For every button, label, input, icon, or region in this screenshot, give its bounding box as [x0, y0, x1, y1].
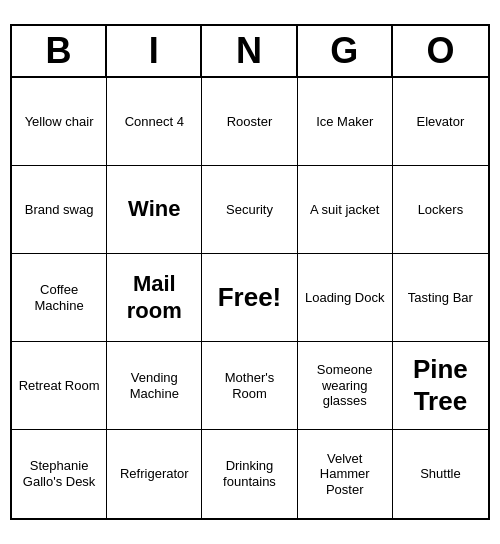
- bingo-cell-14[interactable]: Tasting Bar: [393, 254, 488, 342]
- header-letter-o: O: [393, 26, 488, 76]
- cell-text: A suit jacket: [310, 202, 379, 218]
- bingo-header: BINGO: [12, 26, 488, 78]
- bingo-cell-18[interactable]: Someone wearing glasses: [298, 342, 393, 430]
- bingo-cell-15[interactable]: Retreat Room: [12, 342, 107, 430]
- bingo-cell-17[interactable]: Mother's Room: [202, 342, 297, 430]
- cell-text: Velvet Hammer Poster: [302, 451, 388, 498]
- bingo-cell-20[interactable]: Stephanie Gallo's Desk: [12, 430, 107, 518]
- bingo-cell-7[interactable]: Security: [202, 166, 297, 254]
- bingo-cell-19[interactable]: Pine Tree: [393, 342, 488, 430]
- bingo-cell-1[interactable]: Connect 4: [107, 78, 202, 166]
- bingo-cell-24[interactable]: Shuttle: [393, 430, 488, 518]
- header-letter-b: B: [12, 26, 107, 76]
- cell-text: Mother's Room: [206, 370, 292, 401]
- cell-text: Mail room: [111, 271, 197, 324]
- cell-text: Rooster: [227, 114, 273, 130]
- bingo-grid: Yellow chairConnect 4RoosterIce MakerEle…: [12, 78, 488, 518]
- bingo-cell-11[interactable]: Mail room: [107, 254, 202, 342]
- bingo-cell-8[interactable]: A suit jacket: [298, 166, 393, 254]
- bingo-cell-23[interactable]: Velvet Hammer Poster: [298, 430, 393, 518]
- cell-text: Brand swag: [25, 202, 94, 218]
- cell-text: Ice Maker: [316, 114, 373, 130]
- cell-text: Connect 4: [125, 114, 184, 130]
- bingo-cell-13[interactable]: Loading Dock: [298, 254, 393, 342]
- bingo-card: BINGO Yellow chairConnect 4RoosterIce Ma…: [10, 24, 490, 520]
- bingo-cell-2[interactable]: Rooster: [202, 78, 297, 166]
- bingo-cell-6[interactable]: Wine: [107, 166, 202, 254]
- cell-text: Wine: [128, 196, 180, 222]
- cell-text: Stephanie Gallo's Desk: [16, 458, 102, 489]
- bingo-cell-4[interactable]: Elevator: [393, 78, 488, 166]
- cell-text: Tasting Bar: [408, 290, 473, 306]
- cell-text: Someone wearing glasses: [302, 362, 388, 409]
- bingo-cell-9[interactable]: Lockers: [393, 166, 488, 254]
- cell-text: Yellow chair: [25, 114, 94, 130]
- header-letter-i: I: [107, 26, 202, 76]
- cell-text: Shuttle: [420, 466, 460, 482]
- header-letter-n: N: [202, 26, 297, 76]
- cell-text: Coffee Machine: [16, 282, 102, 313]
- cell-text: Security: [226, 202, 273, 218]
- cell-text: Loading Dock: [305, 290, 385, 306]
- bingo-cell-22[interactable]: Drinking fountains: [202, 430, 297, 518]
- cell-text: Refrigerator: [120, 466, 189, 482]
- cell-text: Drinking fountains: [206, 458, 292, 489]
- cell-text: Vending Machine: [111, 370, 197, 401]
- bingo-cell-5[interactable]: Brand swag: [12, 166, 107, 254]
- header-letter-g: G: [298, 26, 393, 76]
- cell-text: Lockers: [418, 202, 464, 218]
- bingo-cell-0[interactable]: Yellow chair: [12, 78, 107, 166]
- bingo-cell-21[interactable]: Refrigerator: [107, 430, 202, 518]
- cell-text: Retreat Room: [19, 378, 100, 394]
- cell-text: Elevator: [417, 114, 465, 130]
- bingo-cell-3[interactable]: Ice Maker: [298, 78, 393, 166]
- bingo-cell-10[interactable]: Coffee Machine: [12, 254, 107, 342]
- bingo-cell-12[interactable]: Free!: [202, 254, 297, 342]
- cell-text: Pine Tree: [397, 354, 484, 416]
- cell-text: Free!: [218, 282, 282, 313]
- bingo-cell-16[interactable]: Vending Machine: [107, 342, 202, 430]
